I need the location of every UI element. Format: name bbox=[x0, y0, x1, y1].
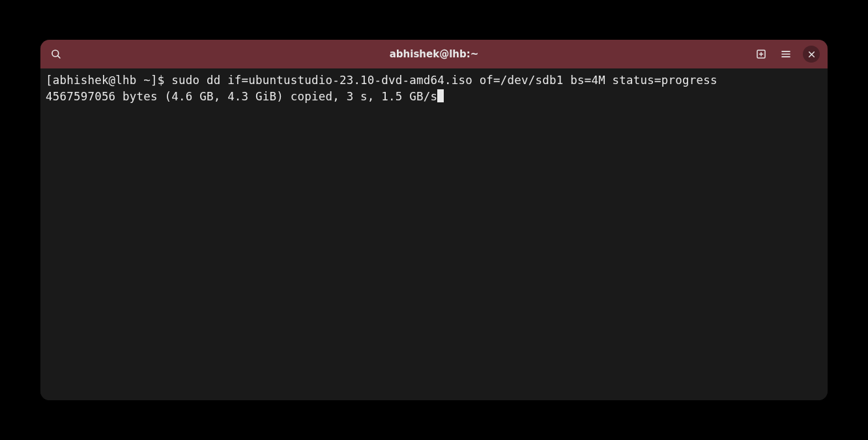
new-tab-icon bbox=[755, 48, 767, 60]
terminal-window: abhishek@lhb:~ bbox=[40, 40, 828, 400]
close-button[interactable] bbox=[803, 46, 820, 63]
menu-button[interactable] bbox=[778, 46, 794, 62]
titlebar-right bbox=[742, 46, 820, 63]
command-text: sudo dd if=ubuntustudio-23.10-dvd-amd64.… bbox=[171, 74, 717, 87]
search-button[interactable] bbox=[48, 46, 64, 62]
new-tab-button[interactable] bbox=[753, 46, 769, 62]
terminal-body[interactable]: [abhishek@lhb ~]$ sudo dd if=ubuntustudi… bbox=[40, 68, 828, 400]
titlebar: abhishek@lhb:~ bbox=[40, 40, 828, 68]
cursor bbox=[437, 89, 444, 102]
close-icon bbox=[807, 50, 816, 59]
svg-line-1 bbox=[57, 55, 60, 58]
prompt: [abhishek@lhb ~]$ bbox=[46, 74, 171, 87]
hamburger-icon bbox=[780, 48, 792, 60]
search-icon bbox=[50, 48, 62, 60]
window-title: abhishek@lhb:~ bbox=[126, 48, 742, 60]
output-line: 4567597056 bytes (4.6 GB, 4.3 GiB) copie… bbox=[46, 90, 437, 103]
titlebar-left bbox=[48, 46, 126, 62]
